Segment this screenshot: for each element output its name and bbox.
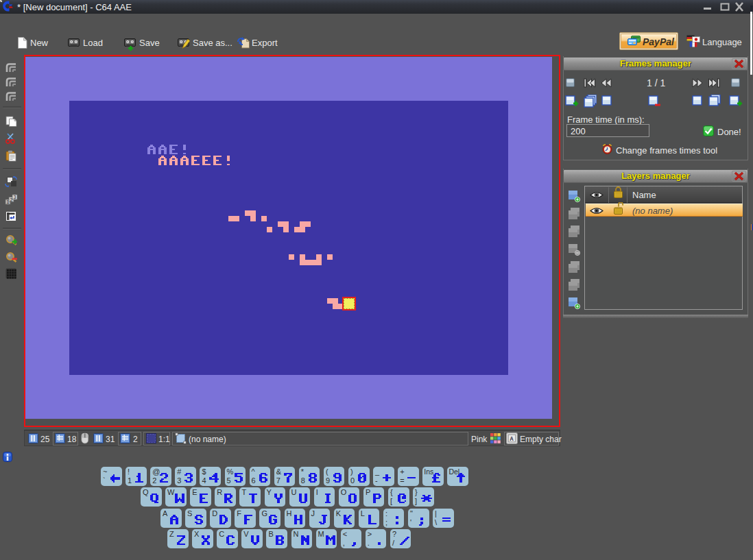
svg-text:2: 2 — [10, 197, 13, 202]
svg-text:A: A — [510, 436, 514, 443]
svg-text:3: 3 — [14, 195, 16, 199]
svg-text:1: 1 — [7, 199, 10, 204]
